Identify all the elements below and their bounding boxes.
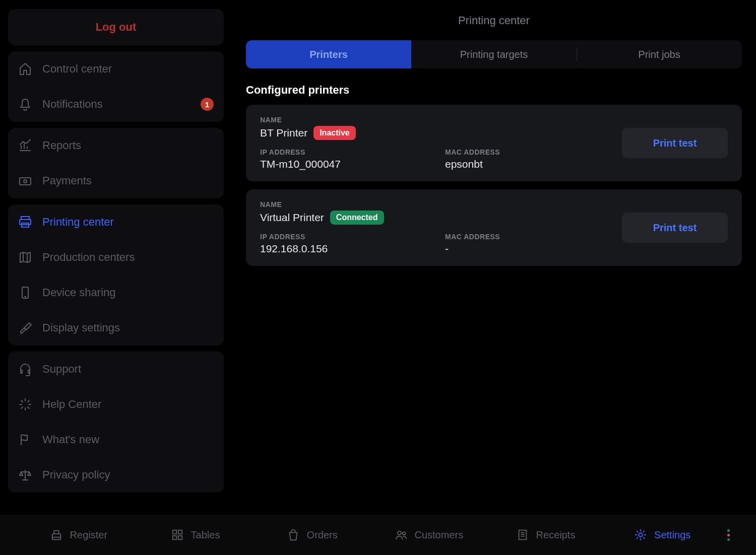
page-title: Printing center	[246, 14, 742, 27]
sidebar-item-label: Display settings	[42, 321, 120, 334]
sidebar-item-label: What's new	[42, 433, 99, 446]
connection-status-dots	[721, 515, 736, 555]
home-icon	[18, 62, 32, 76]
main-content: Printing center PrintersPrinting targets…	[232, 0, 756, 515]
printer-card[interactable]: NAME Virtual Printer Connected IP ADDRES…	[246, 189, 742, 266]
cash-icon	[18, 174, 32, 188]
tab-label: Print jobs	[638, 49, 680, 60]
bottom-nav-label: Settings	[654, 529, 690, 541]
bottom-nav-tables[interactable]: Tables	[137, 515, 254, 555]
sidebar-item-label: Payments	[42, 174, 92, 187]
printer-card-body: NAME Virtual Printer Connected IP ADDRES…	[260, 200, 610, 255]
printer-mac: -	[445, 243, 610, 255]
flag-icon	[18, 433, 32, 447]
sidebar-group: Control centerNotifications1	[8, 51, 224, 122]
printer-card-body: NAME BT Printer Inactive IP ADDRESS TM-m…	[260, 116, 610, 170]
bottom-nav-label: Receipts	[536, 529, 576, 541]
section-heading: Configured printers	[246, 84, 742, 97]
bell-icon	[18, 97, 32, 111]
printer-mac: epsonbt	[445, 158, 610, 170]
printer-icon	[18, 215, 32, 229]
bottom-nav-register[interactable]: Register	[20, 515, 137, 555]
sidebar-item-control-center[interactable]: Control center	[8, 51, 224, 87]
status-badge: Inactive	[313, 126, 356, 140]
mac-label: MAC ADDRESS	[445, 233, 610, 241]
sidebar-item-label: Privacy policy	[42, 468, 110, 481]
sidebar-group: SupportHelp CenterWhat's newPrivacy poli…	[8, 352, 224, 493]
bottom-nav-label: Customers	[415, 529, 464, 541]
compass-icon	[18, 397, 32, 411]
sidebar-item-support[interactable]: Support	[8, 352, 224, 387]
bottom-nav-orders[interactable]: Orders	[254, 515, 370, 555]
tab-printers[interactable]: Printers	[246, 40, 411, 68]
brush-icon	[18, 321, 32, 335]
bottom-nav: RegisterTablesOrdersCustomersReceiptsSet…	[0, 515, 756, 555]
sidebar-item-device-sharing[interactable]: Device sharing	[8, 275, 224, 310]
users-icon	[395, 528, 408, 541]
sidebar-item-label: Help Center	[42, 398, 101, 411]
bottom-nav-receipts[interactable]: Receipts	[487, 515, 604, 555]
headset-icon	[18, 362, 32, 376]
ip-label: IP ADDRESS	[260, 148, 425, 156]
chart-icon	[18, 138, 32, 153]
sidebar-item-printing-center[interactable]: Printing center	[8, 204, 224, 240]
tab-printing-targets[interactable]: Printing targets	[411, 40, 577, 68]
sidebar-item-label: Support	[42, 363, 81, 376]
map-icon	[18, 250, 32, 264]
sidebar-item-label: Control center	[42, 62, 112, 76]
bottom-nav-label: Tables	[191, 529, 220, 541]
print-test-button[interactable]: Print test	[622, 128, 728, 158]
sidebar-item-reports[interactable]: Reports	[8, 128, 224, 163]
bottom-nav-label: Register	[70, 529, 107, 541]
receipt-icon	[516, 528, 529, 541]
name-label: NAME	[260, 116, 610, 124]
mac-label: MAC ADDRESS	[445, 148, 610, 156]
printer-ip: 192.168.0.156	[260, 243, 425, 255]
printer-card[interactable]: NAME BT Printer Inactive IP ADDRESS TM-m…	[246, 105, 742, 181]
sidebar-item-display-settings[interactable]: Display settings	[8, 310, 224, 345]
sidebar-group: ReportsPayments	[8, 128, 224, 198]
sidebar-item-label: Printing center	[42, 216, 114, 229]
notification-badge: 1	[201, 98, 214, 111]
sidebar-item-label: Reports	[42, 139, 81, 152]
bottom-nav-customers[interactable]: Customers	[370, 515, 487, 555]
scale-icon	[18, 468, 32, 482]
status-badge: Connected	[330, 211, 384, 225]
sidebar: Log out Control centerNotifications1Repo…	[0, 0, 232, 515]
sidebar-item-help-center[interactable]: Help Center	[8, 387, 224, 422]
logout-button[interactable]: Log out	[8, 9, 224, 45]
grid-icon	[171, 528, 184, 541]
printer-name: Virtual Printer	[260, 212, 324, 224]
gear-icon	[634, 528, 647, 541]
tab-label: Printers	[309, 49, 348, 60]
sidebar-item-privacy-policy[interactable]: Privacy policy	[8, 457, 224, 493]
sidebar-item-notifications[interactable]: Notifications1	[8, 87, 224, 122]
logout-group: Log out	[8, 9, 224, 45]
sidebar-item-production-centers[interactable]: Production centers	[8, 240, 224, 275]
printer-name: BT Printer	[260, 127, 307, 139]
sidebar-item-label: Notifications	[42, 98, 103, 111]
bottom-nav-label: Orders	[307, 529, 338, 541]
name-label: NAME	[260, 200, 610, 209]
tab-print-jobs[interactable]: Print jobs	[577, 40, 742, 68]
printer-ip: TM-m10_000047	[260, 158, 425, 170]
sidebar-group: Printing centerProduction centersDevice …	[8, 204, 224, 345]
tab-label: Printing targets	[460, 49, 528, 60]
bottom-nav-settings[interactable]: Settings	[604, 515, 721, 555]
bag-icon	[287, 528, 300, 541]
sidebar-item-whats-new[interactable]: What's new	[8, 422, 224, 457]
logout-label: Log out	[96, 21, 137, 34]
sidebar-item-payments[interactable]: Payments	[8, 163, 224, 198]
tabs: PrintersPrinting targetsPrint jobs	[246, 40, 742, 68]
ip-label: IP ADDRESS	[260, 233, 425, 241]
sidebar-item-label: Production centers	[42, 251, 135, 264]
sidebar-item-label: Device sharing	[42, 286, 116, 299]
phone-icon	[18, 286, 32, 300]
register-icon	[50, 528, 63, 541]
print-test-button[interactable]: Print test	[622, 213, 728, 243]
